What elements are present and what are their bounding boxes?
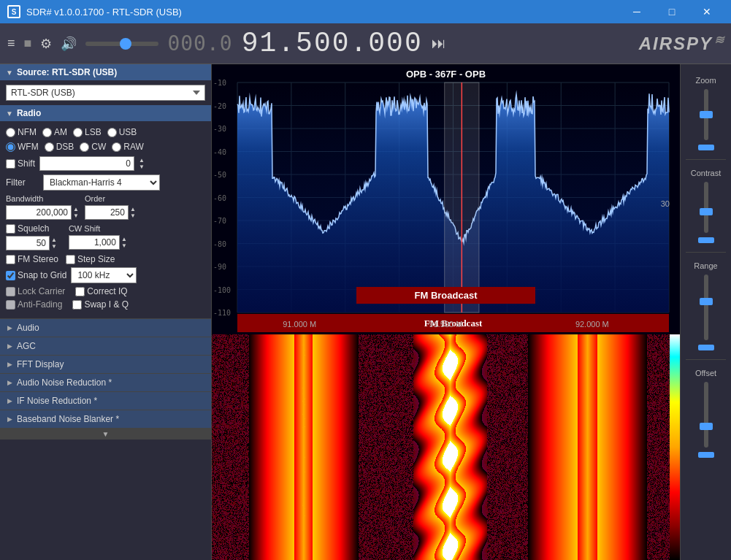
fm-stereo-label[interactable]: FM Stereo	[6, 254, 58, 264]
freq-label-center: 91.500 M	[429, 320, 463, 329]
order-input[interactable]	[85, 205, 129, 220]
lock-carrier-label[interactable]: Lock Carrier	[6, 286, 65, 296]
fm-broadcast-label: FM Broadcast	[356, 287, 536, 304]
agc-arrow-icon: ▶	[7, 342, 12, 350]
mode-cw[interactable]: CW	[80, 142, 106, 152]
step-size-checkbox[interactable]	[66, 255, 75, 264]
collapse-agc[interactable]: ▶ AGC	[0, 337, 211, 355]
mode-nfm[interactable]: NFM	[6, 127, 37, 137]
bandwidth-label: Bandwidth	[6, 194, 79, 203]
step-size-label[interactable]: Step Size	[66, 254, 115, 264]
shift-checkbox[interactable]	[6, 159, 15, 169]
collapse-audio-label: Audio	[17, 323, 39, 333]
bandwidth-input[interactable]	[6, 205, 72, 220]
settings-icon[interactable]: ⚙	[40, 36, 52, 52]
collapse-baseband[interactable]: ▶ Baseband Noise Blanker *	[0, 410, 211, 428]
freq-label-left: 91.000 M	[283, 320, 316, 329]
squelch-row: Squelch ▲ ▼ CW Shift	[6, 223, 205, 250]
range-group: Range	[681, 256, 731, 356]
app-icon: S	[7, 5, 20, 18]
audio-arrow-icon: ▶	[7, 324, 12, 331]
squelch-input[interactable]	[6, 236, 50, 250]
offset-label: Offset	[695, 369, 716, 377]
correct-iq-checkbox[interactable]	[75, 287, 85, 296]
source-header[interactable]: ▼ Source: RTL-SDR (USB)	[0, 64, 211, 80]
freq-label-right: 92.000 M	[575, 320, 609, 329]
spectrum-container: FM Broadcast OPB - 367F - OPB 30 91.000 …	[212, 64, 680, 334]
source-device-dropdown[interactable]: RTL-SDR (USB)	[6, 85, 205, 101]
content-area: ▼ Source: RTL-SDR (USB) RTL-SDR (USB) ▼ …	[0, 64, 731, 560]
display-area: FM Broadcast OPB - 367F - OPB 30 91.000 …	[212, 64, 731, 560]
squelch-checkbox[interactable]	[6, 224, 15, 234]
snap-checkbox[interactable]	[6, 271, 15, 280]
mode-dsb[interactable]: DSB	[45, 142, 74, 152]
zoom-slider[interactable]	[704, 89, 708, 140]
range-indicator: 30	[661, 199, 670, 208]
radio-section: NFM AM LSB USB WFM	[0, 121, 211, 318]
collapse-fft-label: FFT Display	[17, 359, 64, 369]
cw-shift-input[interactable]	[69, 235, 120, 250]
cw-shift-label: CW Shift	[69, 224, 127, 233]
squelch-checkbox-label[interactable]: Squelch	[6, 223, 57, 234]
airspy-logo: AIRSPY ≋	[639, 34, 724, 54]
snap-row: Snap to Grid 100 kHz 25 kHz 10 kHz 1 kHz	[6, 267, 205, 283]
airspy-waves-icon: ≋	[714, 33, 724, 47]
menu-icon[interactable]: ≡	[7, 36, 15, 51]
fm-stereo-checkbox[interactable]	[6, 255, 15, 264]
squelch-label: Squelch	[18, 223, 49, 234]
radio-header-label: Radio	[17, 108, 41, 118]
offset-slider[interactable]	[704, 382, 708, 448]
mode-wfm[interactable]: WFM	[6, 142, 39, 152]
volume-icon[interactable]: 🔊	[61, 36, 77, 52]
shift-checkbox-label[interactable]: Shift	[6, 158, 35, 169]
radio-arrow-icon: ▼	[6, 110, 13, 118]
correct-iq-label[interactable]: Correct IQ	[75, 286, 127, 296]
zoom-slider-thumb	[698, 145, 714, 150]
shift-spinners[interactable]: ▲ ▼	[139, 158, 145, 170]
swap-iq-label[interactable]: Swap I & Q	[72, 299, 129, 310]
collapse-audio[interactable]: ▶ Audio	[0, 318, 211, 337]
skip-icon[interactable]: ⏭	[432, 35, 446, 52]
filter-dropdown[interactable]: Blackman-Harris 4 Hamming Hann Blackman	[43, 174, 160, 191]
lock-carrier-text: Lock Carrier	[18, 286, 65, 296]
snap-dropdown[interactable]: 100 kHz 25 kHz 10 kHz 1 kHz	[71, 267, 137, 283]
range-slider[interactable]	[704, 275, 708, 340]
mode-lsb[interactable]: LSB	[73, 127, 102, 137]
maximize-button[interactable]: □	[655, 0, 689, 23]
minimize-button[interactable]: ─	[620, 0, 654, 23]
anti-fading-checkbox	[6, 300, 15, 310]
snap-checkbox-label[interactable]: Snap to Grid	[6, 270, 66, 280]
main-container: ≡ ■ ⚙ 🔊 000.0 91.500.000 ⏭ AIRSPY ≋ ▼ So…	[0, 23, 731, 560]
mode-usb[interactable]: USB	[107, 127, 137, 137]
shift-input[interactable]	[39, 156, 134, 171]
volume-slider[interactable]	[85, 42, 158, 46]
bandwidth-spinners[interactable]: ▲ ▼	[73, 207, 79, 219]
collapse-audio-noise[interactable]: ▶ Audio Noise Reduction *	[0, 373, 211, 391]
squelch-spinners[interactable]: ▲ ▼	[51, 237, 57, 250]
anti-fading-text: Anti-Fading	[18, 299, 62, 310]
radio-header[interactable]: ▼ Radio	[0, 105, 211, 121]
close-button[interactable]: ✕	[690, 0, 724, 23]
collapse-audio-noise-label: Audio Noise Reduction *	[17, 377, 112, 388]
scroll-down-btn[interactable]: ▼	[0, 428, 211, 440]
fm-stereo-text: FM Stereo	[18, 254, 58, 264]
if-noise-arrow-icon: ▶	[7, 397, 12, 404]
cw-shift-spinners[interactable]: ▲ ▼	[121, 237, 127, 249]
contrast-slider[interactable]	[704, 182, 708, 233]
collapse-agc-label: AGC	[17, 341, 36, 351]
anti-fading-label[interactable]: Anti-Fading	[6, 299, 62, 310]
order-spinners[interactable]: ▲ ▼	[130, 207, 136, 219]
freq-prefix: 000.0	[167, 31, 232, 55]
fm-step-row: FM Stereo Step Size	[6, 254, 205, 264]
left-panel: ▼ Source: RTL-SDR (USB) RTL-SDR (USB) ▼ …	[0, 64, 212, 560]
stop-icon[interactable]: ■	[24, 36, 32, 51]
mode-raw[interactable]: RAW	[112, 142, 144, 152]
range-slider-thumb	[698, 345, 714, 350]
zoom-label: Zoom	[695, 76, 716, 85]
waterfall-container	[212, 334, 680, 560]
swap-iq-checkbox[interactable]	[72, 300, 82, 310]
mode-am[interactable]: AM	[42, 127, 67, 137]
collapse-if-noise[interactable]: ▶ IF Noise Reduction *	[0, 391, 211, 410]
collapse-fft[interactable]: ▶ FFT Display	[0, 355, 211, 373]
source-header-label: Source: RTL-SDR (USB)	[17, 67, 117, 77]
